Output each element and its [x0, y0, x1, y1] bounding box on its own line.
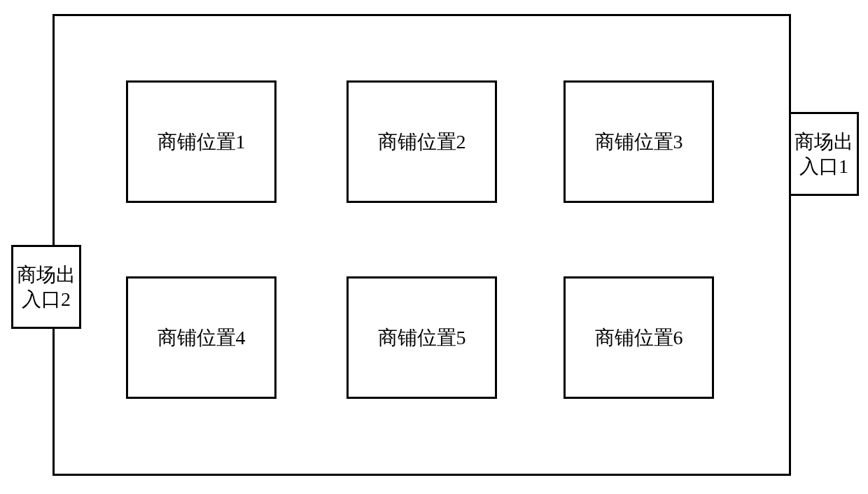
- entrance-box-2: 商场出入口2: [11, 245, 81, 329]
- shop-label-5: 商铺位置5: [378, 326, 466, 350]
- shop-box-4: 商铺位置4: [126, 276, 276, 399]
- shop-box-3: 商铺位置3: [564, 80, 714, 203]
- shop-label-6: 商铺位置6: [595, 326, 683, 350]
- shop-label-3: 商铺位置3: [595, 130, 683, 154]
- shop-box-2: 商铺位置2: [346, 80, 497, 203]
- shop-label-4: 商铺位置4: [158, 326, 246, 350]
- shop-box-5: 商铺位置5: [346, 276, 497, 399]
- entrance-label-2: 商场出入口2: [16, 262, 76, 311]
- shop-box-6: 商铺位置6: [564, 276, 714, 399]
- shop-label-2: 商铺位置2: [378, 130, 466, 154]
- entrance-label-1: 商场出入口1: [794, 129, 854, 178]
- entrance-box-1: 商场出入口1: [789, 112, 859, 196]
- diagram-canvas: 商铺位置1 商铺位置2 商铺位置3 商铺位置4 商铺位置5 商铺位置6 商场出入…: [0, 0, 868, 494]
- shop-box-1: 商铺位置1: [126, 80, 276, 203]
- shop-label-1: 商铺位置1: [158, 130, 246, 154]
